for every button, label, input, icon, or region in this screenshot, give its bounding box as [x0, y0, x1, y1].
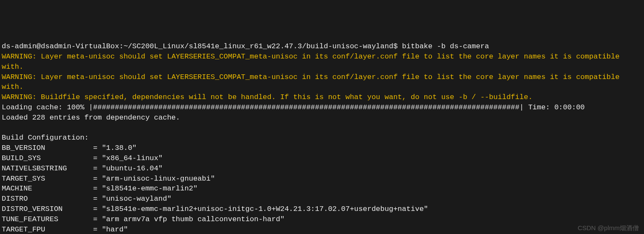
- warning-line: WARNING: Layer meta-unisoc should set LA…: [2, 53, 624, 71]
- terminal-output[interactable]: ds-admin@dsadmin-VirtualBox:~/SC200L_Lin…: [0, 41, 644, 234]
- config-row: TARGET_SYS = "arm-unisoc-linux-gnueabi": [2, 175, 215, 183]
- config-row: TUNE_FEATURES = "arm armv7a vfp thumb ca…: [2, 215, 284, 223]
- config-row: TARGET_FPU = "hard": [2, 225, 128, 234]
- config-row: MACHINE = "sl8541e-emmc-marlin2": [2, 184, 197, 193]
- config-row: NATIVELSBSTRING = "ubuntu-16.04": [2, 164, 162, 173]
- config-row: DISTRO_VERSION = "sl8541e-emmc-marlin2+u…: [2, 205, 428, 213]
- warning-line: WARNING: Layer meta-unisoc should set LA…: [2, 73, 624, 91]
- config-row: BUILD_SYS = "x86_64-linux": [2, 154, 162, 162]
- config-row: DISTRO = "unisoc-wayland": [2, 195, 171, 203]
- config-row: BB_VERSION = "1.38.0": [2, 144, 136, 152]
- loading-progress: Loading cache: 100% |###################…: [2, 103, 585, 111]
- warning-line: WARNING: Buildfile specified, dependenci…: [2, 93, 533, 101]
- shell-prompt: ds-admin@dsadmin-VirtualBox:~/SC200L_Lin…: [2, 42, 489, 50]
- build-config-header: Build Configuration:: [2, 134, 89, 142]
- loaded-entries: Loaded 228 entries from dependency cache…: [2, 114, 180, 122]
- watermark: CSDN @plmm烟酒僧: [577, 223, 639, 232]
